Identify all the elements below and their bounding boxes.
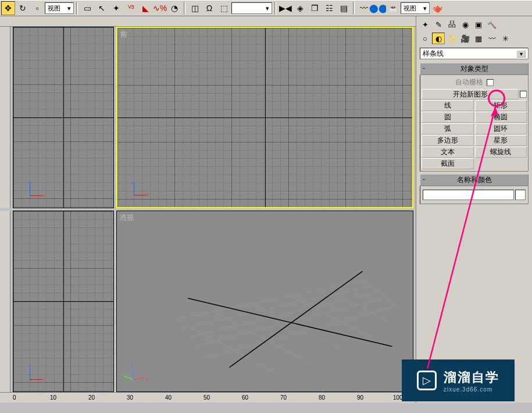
constraint-button[interactable]: ✦ [109, 1, 123, 15]
axis-v [265, 28, 266, 207]
start-new-shape-button[interactable]: 开始新图形 [422, 89, 519, 99]
object-type-rollout: - 对象类型 自动栅格 开始新图形 线 矩形 圆 椭圆 [420, 63, 529, 172]
viewport-perspective[interactable]: 透视 [116, 211, 413, 392]
main-toolbar: ✥ ↻ ▫ 视图 ▭ ↖ ✦ ⱽ³ ◣ ∿% ◔ ◫ Ω ⬚ ▶◀ ◈ ❐ ☷ … [0, 0, 532, 16]
collapse-icon: - [423, 64, 425, 72]
object-type-header[interactable]: - 对象类型 [420, 63, 529, 75]
modify-tab-icon[interactable]: ✎ [432, 19, 445, 30]
viewport-label: 透视 [120, 213, 134, 223]
tool-button-a[interactable]: Ω [202, 1, 216, 15]
spinner-snap-button[interactable]: ◔ [167, 1, 181, 15]
svg-line-9 [327, 287, 389, 322]
svg-line-11 [188, 298, 392, 347]
shapes-cat-icon[interactable]: ◐ [432, 33, 445, 44]
command-panel: ✦ ✎ 品 ◉ ▣ 🔨 ○ ◐ ✨ 🎥 ▦ 〰 ✳ 样条线 - 对象类型 [416, 16, 532, 403]
viewport-front[interactable]: 前 xz [116, 27, 413, 208]
ellipse-button[interactable]: 椭圆 [475, 112, 527, 123]
hierarchy-tab-icon[interactable]: 品 [445, 19, 458, 30]
toolbar-separator [353, 2, 355, 15]
named-sel-button[interactable]: ◫ [188, 1, 202, 15]
donut-button[interactable]: 圆环 [475, 123, 527, 134]
watermark-badge: ▷ 溜溜自学 zixue.3d66.com [402, 359, 515, 401]
ruler-bottom: 0 10 20 30 40 50 60 70 80 90 100 [0, 392, 416, 403]
circle-button[interactable]: 圆 [422, 112, 474, 123]
angle-snap-button[interactable]: ◣ [138, 1, 152, 15]
named-selection-dropdown[interactable] [231, 2, 272, 14]
viewports-area: xz 前 xz [0, 16, 416, 403]
percent-snap-button[interactable]: ∿% [153, 1, 167, 15]
ngon-button[interactable]: 多边形 [422, 135, 474, 146]
ruler-top [0, 16, 416, 27]
render-setup-button[interactable]: ⬤⬤ [372, 1, 385, 15]
layers-button[interactable]: ❐ [308, 1, 322, 15]
move-tool-button[interactable]: ✥ [1, 1, 15, 15]
toolbar-separator [274, 2, 276, 15]
align-button[interactable]: ◈ [293, 1, 307, 15]
snap-toggle-button[interactable]: ⱽ³ [124, 1, 138, 15]
object-color-swatch[interactable] [515, 190, 526, 200]
svg-line-1 [182, 286, 372, 328]
cameras-cat-icon[interactable]: 🎥 [459, 33, 472, 44]
axis-gizmo: xz [25, 177, 48, 201]
svg-line-7 [250, 302, 348, 353]
name-color-rollout: - 名称和颜色 [420, 174, 529, 204]
axis-gizmo: x z y [128, 361, 152, 384]
create-category-row: ○ ◐ ✨ 🎥 ▦ 〰 ✳ [417, 31, 531, 45]
display-tab-icon[interactable]: ▣ [472, 19, 485, 30]
viewport-label: 前 [120, 30, 127, 40]
text-button[interactable]: 文本 [422, 147, 474, 158]
collapse-icon: - [423, 175, 425, 183]
object-name-input[interactable] [423, 190, 514, 200]
watermark-url: zixue.3d66.com [444, 386, 499, 393]
render-button[interactable]: ☕ [386, 1, 400, 15]
create-tab-icon[interactable]: ✦ [419, 19, 431, 30]
svg-line-2 [188, 293, 377, 338]
view-dropdown-1[interactable]: 视图 [45, 2, 74, 14]
geometry-cat-icon[interactable]: ○ [419, 33, 431, 44]
axis-v [63, 211, 64, 391]
autogrid-checkbox[interactable] [487, 79, 494, 86]
utilities-tab-icon[interactable]: 🔨 [485, 19, 498, 30]
rotate-tool-button[interactable]: ↻ [16, 1, 30, 15]
autogrid-label: 自动栅格 [455, 77, 483, 87]
helpers-cat-icon[interactable]: ▦ [472, 33, 485, 44]
toggle-button-1[interactable]: ▭ [80, 1, 94, 15]
watermark-play-icon: ▷ [417, 371, 437, 390]
watermark-title: 溜溜自学 [444, 369, 499, 386]
lights-cat-icon[interactable]: ✨ [445, 33, 458, 44]
section-button[interactable]: 截面 [422, 158, 474, 169]
axis-gizmo: xz [129, 177, 152, 200]
main-area: xz 前 xz [0, 16, 532, 403]
mirror-button[interactable]: ▶◀ [279, 1, 292, 15]
axis-gizmo: xz [25, 361, 48, 384]
name-color-header[interactable]: - 名称和颜色 [420, 174, 529, 186]
viewport-bottom-left[interactable]: xz [13, 211, 114, 392]
svg-line-10 [366, 280, 401, 311]
select-button[interactable]: ↖ [95, 1, 109, 15]
axis-v [63, 27, 64, 208]
quick-render-button[interactable]: 🫖 [430, 1, 444, 15]
start-new-shape-checkbox[interactable] [520, 91, 527, 98]
ruler-left [0, 211, 10, 392]
motion-tab-icon[interactable]: ◉ [459, 19, 472, 30]
tool-button-b[interactable]: ⬚ [217, 1, 231, 15]
svg-line-4 [203, 307, 392, 358]
line-button[interactable]: 线 [422, 100, 474, 111]
shape-type-dropdown[interactable]: 样条线 [420, 48, 529, 59]
viewport-top-left[interactable]: xz [13, 27, 114, 208]
schematic-button[interactable]: ☷ [322, 1, 336, 15]
systems-cat-icon[interactable]: ✳ [499, 33, 512, 44]
arc-button[interactable]: 弧 [422, 123, 474, 134]
spacewarps-cat-icon[interactable]: 〰 [485, 33, 498, 44]
svg-line-12 [229, 271, 362, 367]
scale-tool-button[interactable]: ▫ [30, 1, 44, 15]
rectangle-button[interactable]: 矩形 [475, 100, 527, 111]
svg-line-5 [176, 319, 277, 373]
helix-button[interactable]: 螺旋线 [475, 147, 527, 158]
view-dropdown-2[interactable]: 视图 [401, 2, 430, 14]
svg-line-0 [176, 280, 366, 319]
material-button[interactable]: ▤ [337, 1, 351, 15]
toolbar-separator [76, 2, 78, 15]
star-button[interactable]: 星形 [475, 135, 527, 146]
toolbar-separator [184, 2, 185, 15]
